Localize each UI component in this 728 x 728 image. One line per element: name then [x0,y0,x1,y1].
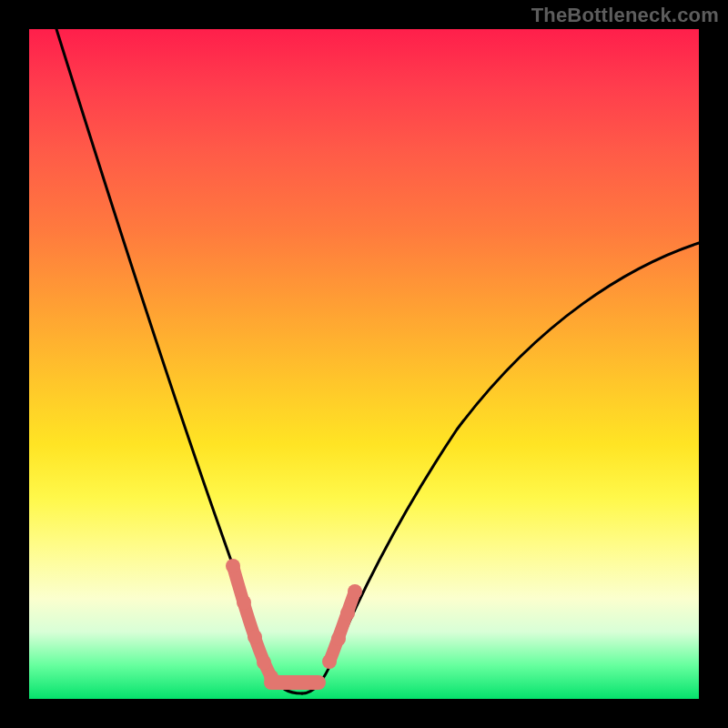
highlight-dot [257,655,271,670]
highlight-dot [348,584,362,599]
highlight-dot [340,606,355,621]
highlight-dot [331,632,346,646]
highlight-dot [237,595,251,610]
curve-right-branch [302,243,699,693]
highlight-dot [248,630,262,644]
chart-frame: TheBottleneck.com [0,0,728,728]
highlight-dot [322,654,337,669]
highlight-right-ascent [329,592,355,662]
curve-left-branch [56,29,302,693]
highlight-dot [226,559,240,573]
curve-layer [29,29,699,699]
watermark-text: TheBottleneck.com [531,4,719,27]
